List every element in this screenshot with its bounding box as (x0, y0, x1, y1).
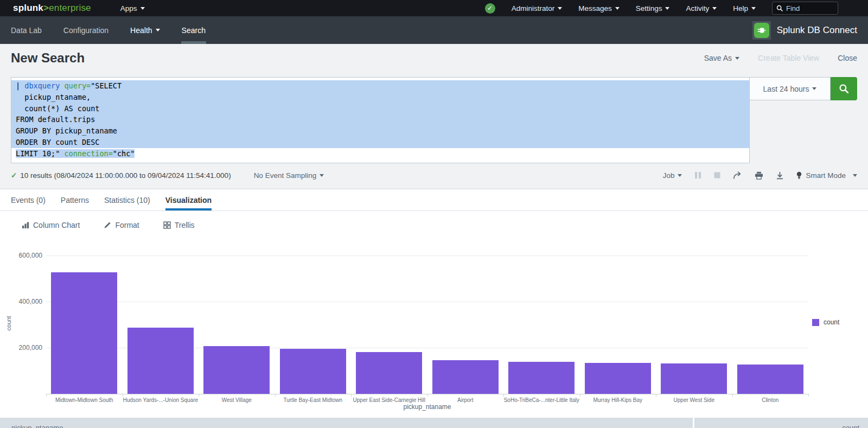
lightbulb-icon (796, 171, 802, 180)
chart-bar[interactable] (127, 328, 194, 394)
stop-button[interactable] (714, 172, 720, 178)
messages-menu[interactable]: Messages (578, 4, 620, 12)
chart-bar[interactable] (356, 352, 422, 394)
nav-item-data-lab[interactable]: Data Lab (11, 16, 42, 44)
search-query-input[interactable]: | dbxquery query="SELECT pickup_ntaname,… (11, 77, 750, 163)
legend-label: count (824, 318, 839, 326)
column-chart: count pickup_ntaname count 200,000400,00… (0, 239, 868, 418)
settings-menu[interactable]: Settings (636, 4, 670, 12)
tab-visualization[interactable]: Visualization (165, 189, 212, 210)
x-axis-title: pickup_ntaname (46, 403, 808, 411)
event-sampling-dropdown[interactable]: No Event Sampling (254, 171, 324, 180)
help-menu-label: Help (733, 4, 748, 12)
close-button[interactable]: Close (838, 54, 857, 62)
x-tick (351, 394, 352, 397)
search-query-text: | dbxquery query="SELECT pickup_ntaname,… (11, 80, 749, 159)
x-category-label: Hudson Yards-...-Union Square (123, 397, 199, 403)
chart-bar[interactable] (737, 365, 803, 394)
column-chart-icon (22, 221, 29, 229)
x-tick (580, 394, 580, 397)
x-category-label: SoHo-TriBeCa-...nter-Little Italy (503, 397, 580, 403)
export-download-icon (776, 171, 784, 180)
x-tick (503, 394, 504, 397)
job-menu[interactable]: Job (663, 171, 682, 180)
page-title: New Search (11, 50, 85, 66)
chart-bar[interactable] (661, 363, 727, 394)
x-category-label: Murray Hill-Kips Bay (580, 397, 656, 403)
chart-bar[interactable] (51, 272, 117, 394)
time-range-picker[interactable]: Last 24 hours (750, 77, 831, 100)
splunk-logo[interactable]: splunk>enterprise (13, 3, 91, 14)
smart-mode-label: Smart Mode (806, 171, 846, 180)
nav-item-configuration[interactable]: Configuration (63, 16, 108, 44)
apps-menu-label: Apps (120, 4, 137, 12)
export-button[interactable] (776, 171, 784, 180)
save-as-button[interactable]: Save As (704, 54, 739, 62)
find-input[interactable] (786, 4, 832, 12)
pause-button[interactable] (694, 171, 701, 179)
nav-item-health[interactable]: Health (130, 16, 159, 44)
search-mode-dropdown[interactable]: Smart Mode (796, 171, 857, 180)
format-button[interactable]: Format (104, 221, 139, 229)
apps-menu[interactable]: Apps (120, 4, 145, 12)
search-icon (839, 84, 849, 94)
caret-down-icon (156, 29, 160, 31)
y-tick-label: 400,000 (0, 298, 42, 305)
chart-bar[interactable] (432, 360, 499, 394)
pause-icon (694, 171, 701, 179)
nav-data-lab-label: Data Lab (11, 26, 42, 35)
results-status-text: 10 results (08/04/2024 11:00:00.000 to 0… (20, 171, 231, 180)
legend-swatch (812, 319, 819, 326)
trellis-button[interactable]: Trellis (163, 221, 195, 229)
chart-bar[interactable] (280, 349, 346, 394)
health-status-icon[interactable]: ✓ (485, 3, 495, 14)
time-range-label: Last 24 hours (763, 85, 809, 93)
x-category-label: Upper West Side (656, 397, 732, 403)
print-button[interactable] (755, 171, 763, 180)
caret-down-icon (320, 174, 324, 177)
x-category-label: Turtle Bay-East Midtown (275, 397, 352, 403)
pencil-icon (104, 221, 111, 229)
y-tick-label: 200,000 (0, 344, 42, 352)
chart-legend[interactable]: count (812, 318, 839, 326)
table-column-count[interactable]: count (694, 418, 868, 428)
trellis-label: Trellis (175, 221, 195, 229)
chart-type-button[interactable]: Column Chart (22, 221, 80, 229)
caret-down-icon (812, 87, 816, 90)
chart-bar[interactable] (508, 362, 575, 394)
search-icon (776, 5, 783, 11)
x-tick (732, 394, 733, 397)
caret-down-icon (853, 174, 857, 177)
x-tick (656, 394, 656, 397)
share-button[interactable] (733, 171, 742, 180)
plug-icon (754, 23, 769, 38)
y-tick-label: 600,000 (0, 252, 42, 259)
help-menu[interactable]: Help (733, 4, 756, 12)
job-menu-label: Job (663, 171, 675, 180)
run-search-button[interactable] (831, 77, 857, 100)
x-tick (427, 394, 428, 397)
caret-down-icon (735, 57, 739, 60)
activity-menu[interactable]: Activity (686, 4, 717, 12)
create-table-view-button: Create Table View (758, 54, 819, 62)
find-search-box[interactable] (772, 2, 838, 15)
x-category-label: Clinton (732, 397, 809, 403)
table-column-pickup-ntaname[interactable]: pickup_ntaname (0, 418, 693, 428)
chart-bar[interactable] (585, 363, 651, 394)
logo-splunk-text: splunk (13, 3, 43, 13)
chart-bar[interactable] (203, 346, 270, 394)
gridline (46, 255, 808, 256)
app-navigation-bar: Data Lab Configuration Health Search Spl… (0, 16, 868, 44)
tab-patterns[interactable]: Patterns (61, 189, 89, 210)
administrator-menu-label: Administrator (512, 4, 555, 12)
gridline (46, 302, 808, 302)
logo-enterprise-text: enterprise (49, 3, 91, 13)
db-connect-app-icon[interactable] (752, 21, 771, 40)
tab-events[interactable]: Events (0) (11, 189, 46, 210)
settings-menu-label: Settings (636, 4, 662, 12)
administrator-menu[interactable]: Administrator (512, 4, 563, 12)
messages-menu-label: Messages (578, 4, 612, 12)
y-axis-title: count (5, 307, 12, 340)
nav-item-search[interactable]: Search (182, 16, 206, 44)
tab-statistics[interactable]: Statistics (10) (104, 189, 150, 210)
